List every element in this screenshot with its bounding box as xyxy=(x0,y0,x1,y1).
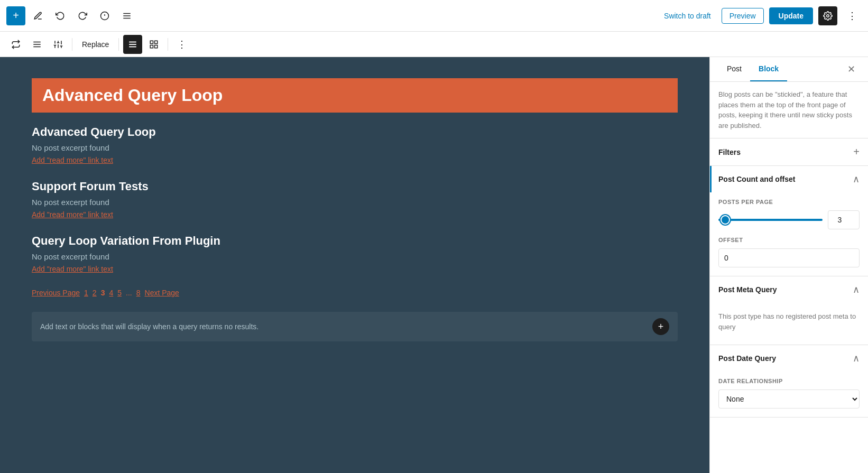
info-button[interactable] xyxy=(95,6,114,25)
info-icon xyxy=(100,11,109,21)
more-block-options-button[interactable]: ⋮ xyxy=(172,35,191,54)
post-item-title: Support Forum Tests xyxy=(32,180,678,193)
update-button[interactable]: Update xyxy=(769,7,813,24)
redo-icon xyxy=(78,11,87,21)
filters-section-header[interactable]: Filters + xyxy=(710,138,868,165)
no-results-bar: Add text or blocks that will display whe… xyxy=(32,312,678,341)
top-bar-left: + xyxy=(6,6,136,25)
next-page-link[interactable]: Next Page xyxy=(145,289,179,297)
top-bar: + Switch to draft Preview Update ⋮ xyxy=(0,0,868,32)
posts-per-page-label: POSTS PER PAGE xyxy=(718,199,860,205)
post-date-toggle-icon: ∧ xyxy=(853,353,860,364)
loop-icon-button[interactable] xyxy=(6,35,25,54)
read-more-link[interactable]: Add "read more" link text xyxy=(32,156,113,164)
pen-tool-button[interactable] xyxy=(29,6,48,25)
switch-to-draft-button[interactable]: Switch to draft xyxy=(659,8,716,23)
editor-area: Advanced Query Loop Advanced Query Loop … xyxy=(0,57,709,473)
filters-plus-icon: + xyxy=(853,146,860,158)
page-ellipsis: ... xyxy=(126,289,132,297)
posts-per-page-slider[interactable] xyxy=(718,219,823,221)
svg-rect-23 xyxy=(155,41,158,43)
date-relationship-select[interactable]: None After Before Between xyxy=(718,389,860,409)
align-button[interactable] xyxy=(27,35,47,54)
post-count-section: Post Count and offset ∧ POSTS PER PAGE O… xyxy=(710,166,868,276)
date-relationship-label: DATE RELATIONSHIP xyxy=(718,378,860,384)
undo-button[interactable] xyxy=(51,6,70,25)
list-view-icon xyxy=(128,40,137,49)
redo-button[interactable] xyxy=(73,6,92,25)
post-excerpt: No post excerpt found xyxy=(32,143,678,152)
filters-section: Filters + xyxy=(710,138,868,166)
replace-button[interactable]: Replace xyxy=(77,37,114,52)
page-4-link[interactable]: 4 xyxy=(109,289,113,297)
svg-rect-22 xyxy=(151,41,153,43)
posts-per-page-number[interactable] xyxy=(828,210,860,229)
tab-block[interactable]: Block xyxy=(750,57,787,81)
tab-post[interactable]: Post xyxy=(718,57,750,81)
prev-page-link[interactable]: Previous Page xyxy=(32,289,80,297)
toolbar-separator xyxy=(72,38,72,51)
no-results-text: Add text or blocks that will display whe… xyxy=(40,322,258,331)
sliders-button[interactable] xyxy=(49,35,68,54)
sidebar-tab-group: Post Block xyxy=(718,57,787,81)
loop-icon xyxy=(11,40,21,49)
post-count-section-body: POSTS PER PAGE OFFSET xyxy=(710,192,868,276)
page-1-link[interactable]: 1 xyxy=(84,289,88,297)
toolbar-separator-2 xyxy=(118,38,119,51)
post-meta-message: This post type has no registered post me… xyxy=(718,309,860,336)
post-date-section: Post Date Query ∧ DATE RELATIONSHIP None… xyxy=(710,345,868,418)
post-meta-section-title: Post Meta Query xyxy=(718,285,777,294)
list-icon xyxy=(122,11,132,21)
add-block-button[interactable]: + xyxy=(6,6,25,25)
post-item-title: Query Loop Variation From Plugin xyxy=(32,234,678,248)
toolbar-separator-3 xyxy=(168,38,168,51)
settings-button[interactable] xyxy=(818,6,837,25)
undo-icon xyxy=(56,11,65,21)
offset-label: OFFSET xyxy=(718,237,860,243)
post-title-block: Advanced Query Loop xyxy=(32,78,678,113)
second-toolbar: Replace ⋮ xyxy=(0,32,868,57)
sidebar-tabs: Post Block ✕ xyxy=(710,57,868,82)
pagination: Previous Page 1 2 3 4 5 ... 8 Next Page xyxy=(32,289,678,297)
align-icon xyxy=(32,40,42,49)
post-meta-section-header[interactable]: Post Meta Query ∧ xyxy=(710,276,868,303)
svg-point-6 xyxy=(827,14,829,17)
post-title: Advanced Query Loop xyxy=(42,86,667,105)
svg-rect-24 xyxy=(151,45,153,48)
add-no-results-button[interactable]: + xyxy=(652,318,669,335)
list-view-toggle[interactable] xyxy=(123,35,142,54)
more-options-button[interactable]: ⋮ xyxy=(843,6,862,25)
filters-section-title: Filters xyxy=(718,148,741,156)
post-date-section-body: DATE RELATIONSHIP None After Before Betw… xyxy=(710,372,868,417)
post-item-title: Advanced Query Loop xyxy=(32,125,678,139)
page-3-link[interactable]: 3 xyxy=(101,289,105,297)
grid-view-toggle[interactable] xyxy=(144,35,163,54)
offset-input[interactable] xyxy=(718,248,860,267)
sidebar: Post Block ✕ Blog posts can be "stickied… xyxy=(709,57,868,473)
post-date-section-header[interactable]: Post Date Query ∧ xyxy=(710,345,868,372)
post-excerpt: No post excerpt found xyxy=(32,252,678,261)
gear-icon xyxy=(823,11,833,21)
posts-per-page-slider-row xyxy=(718,210,860,229)
post-count-section-title: Post Count and offset xyxy=(718,175,795,183)
post-count-toggle-icon: ∧ xyxy=(853,173,860,185)
pen-icon xyxy=(33,11,43,21)
sliders-icon xyxy=(53,40,63,49)
post-meta-toggle-icon: ∧ xyxy=(853,284,860,295)
grid-view-icon xyxy=(149,40,159,49)
page-5-link[interactable]: 5 xyxy=(117,289,122,297)
page-8-link[interactable]: 8 xyxy=(136,289,141,297)
main-layout: Advanced Query Loop Advanced Query Loop … xyxy=(0,57,868,473)
read-more-link[interactable]: Add "read more" link text xyxy=(32,210,113,219)
list-view-button[interactable] xyxy=(117,6,136,25)
preview-button[interactable]: Preview xyxy=(722,8,764,24)
post-item: Advanced Query Loop No post excerpt foun… xyxy=(32,125,678,165)
post-item: Support Forum Tests No post excerpt foun… xyxy=(32,180,678,219)
read-more-link[interactable]: Add "read more" link text xyxy=(32,265,113,273)
sidebar-info-text: Blog posts can be "stickied", a feature … xyxy=(710,82,868,138)
sidebar-close-button[interactable]: ✕ xyxy=(843,61,860,78)
svg-rect-25 xyxy=(155,45,158,48)
post-count-section-header[interactable]: Post Count and offset ∧ xyxy=(710,166,868,192)
post-date-section-title: Post Date Query xyxy=(718,354,776,363)
page-2-link[interactable]: 2 xyxy=(93,289,97,297)
